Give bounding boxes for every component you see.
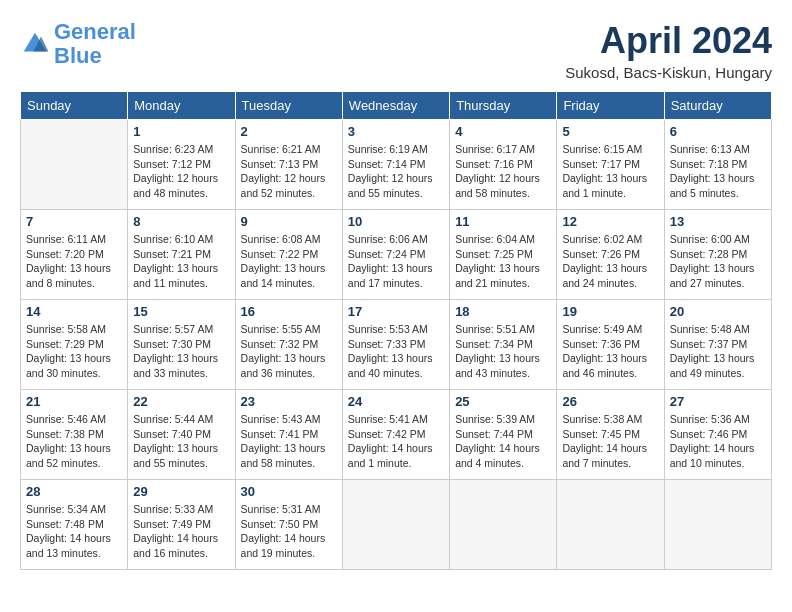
calendar-cell <box>21 120 128 210</box>
calendar-cell: 8Sunrise: 6:10 AMSunset: 7:21 PMDaylight… <box>128 210 235 300</box>
calendar-week-row: 28Sunrise: 5:34 AMSunset: 7:48 PMDayligh… <box>21 480 772 570</box>
logo: General Blue <box>20 20 136 68</box>
day-info: Sunrise: 5:38 AMSunset: 7:45 PMDaylight:… <box>562 412 658 471</box>
calendar-cell: 5Sunrise: 6:15 AMSunset: 7:17 PMDaylight… <box>557 120 664 210</box>
day-info: Sunrise: 5:51 AMSunset: 7:34 PMDaylight:… <box>455 322 551 381</box>
calendar-cell: 4Sunrise: 6:17 AMSunset: 7:16 PMDaylight… <box>450 120 557 210</box>
header-thursday: Thursday <box>450 92 557 120</box>
header-saturday: Saturday <box>664 92 771 120</box>
day-number: 15 <box>133 304 229 319</box>
day-number: 29 <box>133 484 229 499</box>
calendar-cell: 21Sunrise: 5:46 AMSunset: 7:38 PMDayligh… <box>21 390 128 480</box>
day-info: Sunrise: 5:44 AMSunset: 7:40 PMDaylight:… <box>133 412 229 471</box>
calendar-cell <box>450 480 557 570</box>
page-header: General Blue April 2024 Sukosd, Bacs-Kis… <box>20 20 772 81</box>
day-number: 30 <box>241 484 337 499</box>
day-info: Sunrise: 6:21 AMSunset: 7:13 PMDaylight:… <box>241 142 337 201</box>
calendar-week-row: 21Sunrise: 5:46 AMSunset: 7:38 PMDayligh… <box>21 390 772 480</box>
calendar-cell: 13Sunrise: 6:00 AMSunset: 7:28 PMDayligh… <box>664 210 771 300</box>
day-info: Sunrise: 5:43 AMSunset: 7:41 PMDaylight:… <box>241 412 337 471</box>
day-number: 27 <box>670 394 766 409</box>
day-number: 7 <box>26 214 122 229</box>
header-wednesday: Wednesday <box>342 92 449 120</box>
day-info: Sunrise: 5:46 AMSunset: 7:38 PMDaylight:… <box>26 412 122 471</box>
day-number: 17 <box>348 304 444 319</box>
calendar-cell: 2Sunrise: 6:21 AMSunset: 7:13 PMDaylight… <box>235 120 342 210</box>
day-info: Sunrise: 6:08 AMSunset: 7:22 PMDaylight:… <box>241 232 337 291</box>
calendar-cell: 1Sunrise: 6:23 AMSunset: 7:12 PMDaylight… <box>128 120 235 210</box>
logo-general: General <box>54 19 136 44</box>
day-number: 21 <box>26 394 122 409</box>
day-number: 28 <box>26 484 122 499</box>
calendar-cell: 15Sunrise: 5:57 AMSunset: 7:30 PMDayligh… <box>128 300 235 390</box>
day-number: 18 <box>455 304 551 319</box>
header-friday: Friday <box>557 92 664 120</box>
day-number: 12 <box>562 214 658 229</box>
day-info: Sunrise: 5:41 AMSunset: 7:42 PMDaylight:… <box>348 412 444 471</box>
day-info: Sunrise: 6:04 AMSunset: 7:25 PMDaylight:… <box>455 232 551 291</box>
calendar-cell: 18Sunrise: 5:51 AMSunset: 7:34 PMDayligh… <box>450 300 557 390</box>
day-number: 2 <box>241 124 337 139</box>
day-number: 22 <box>133 394 229 409</box>
day-info: Sunrise: 6:02 AMSunset: 7:26 PMDaylight:… <box>562 232 658 291</box>
day-number: 4 <box>455 124 551 139</box>
day-number: 3 <box>348 124 444 139</box>
logo-blue: Blue <box>54 43 102 68</box>
day-info: Sunrise: 5:58 AMSunset: 7:29 PMDaylight:… <box>26 322 122 381</box>
day-info: Sunrise: 6:19 AMSunset: 7:14 PMDaylight:… <box>348 142 444 201</box>
day-info: Sunrise: 6:10 AMSunset: 7:21 PMDaylight:… <box>133 232 229 291</box>
month-title: April 2024 <box>565 20 772 62</box>
day-info: Sunrise: 5:39 AMSunset: 7:44 PMDaylight:… <box>455 412 551 471</box>
calendar-cell: 27Sunrise: 5:36 AMSunset: 7:46 PMDayligh… <box>664 390 771 480</box>
calendar-cell: 29Sunrise: 5:33 AMSunset: 7:49 PMDayligh… <box>128 480 235 570</box>
day-info: Sunrise: 5:49 AMSunset: 7:36 PMDaylight:… <box>562 322 658 381</box>
calendar-cell: 14Sunrise: 5:58 AMSunset: 7:29 PMDayligh… <box>21 300 128 390</box>
calendar-week-row: 14Sunrise: 5:58 AMSunset: 7:29 PMDayligh… <box>21 300 772 390</box>
day-number: 11 <box>455 214 551 229</box>
calendar-header-row: SundayMondayTuesdayWednesdayThursdayFrid… <box>21 92 772 120</box>
calendar-cell: 24Sunrise: 5:41 AMSunset: 7:42 PMDayligh… <box>342 390 449 480</box>
calendar-cell: 19Sunrise: 5:49 AMSunset: 7:36 PMDayligh… <box>557 300 664 390</box>
header-tuesday: Tuesday <box>235 92 342 120</box>
calendar-cell <box>342 480 449 570</box>
calendar-cell: 26Sunrise: 5:38 AMSunset: 7:45 PMDayligh… <box>557 390 664 480</box>
calendar-cell <box>664 480 771 570</box>
day-info: Sunrise: 6:17 AMSunset: 7:16 PMDaylight:… <box>455 142 551 201</box>
day-number: 23 <box>241 394 337 409</box>
header-sunday: Sunday <box>21 92 128 120</box>
day-info: Sunrise: 6:15 AMSunset: 7:17 PMDaylight:… <box>562 142 658 201</box>
calendar-cell: 23Sunrise: 5:43 AMSunset: 7:41 PMDayligh… <box>235 390 342 480</box>
calendar-cell: 12Sunrise: 6:02 AMSunset: 7:26 PMDayligh… <box>557 210 664 300</box>
day-info: Sunrise: 5:33 AMSunset: 7:49 PMDaylight:… <box>133 502 229 561</box>
calendar-cell: 7Sunrise: 6:11 AMSunset: 7:20 PMDaylight… <box>21 210 128 300</box>
day-number: 9 <box>241 214 337 229</box>
day-number: 19 <box>562 304 658 319</box>
logo-text: General Blue <box>54 20 136 68</box>
day-info: Sunrise: 5:31 AMSunset: 7:50 PMDaylight:… <box>241 502 337 561</box>
calendar-cell: 10Sunrise: 6:06 AMSunset: 7:24 PMDayligh… <box>342 210 449 300</box>
calendar-cell: 22Sunrise: 5:44 AMSunset: 7:40 PMDayligh… <box>128 390 235 480</box>
title-block: April 2024 Sukosd, Bacs-Kiskun, Hungary <box>565 20 772 81</box>
calendar-cell: 16Sunrise: 5:55 AMSunset: 7:32 PMDayligh… <box>235 300 342 390</box>
day-number: 13 <box>670 214 766 229</box>
calendar-cell: 25Sunrise: 5:39 AMSunset: 7:44 PMDayligh… <box>450 390 557 480</box>
calendar-cell: 11Sunrise: 6:04 AMSunset: 7:25 PMDayligh… <box>450 210 557 300</box>
day-number: 1 <box>133 124 229 139</box>
day-number: 25 <box>455 394 551 409</box>
header-monday: Monday <box>128 92 235 120</box>
calendar-cell <box>557 480 664 570</box>
day-number: 24 <box>348 394 444 409</box>
calendar-cell: 3Sunrise: 6:19 AMSunset: 7:14 PMDaylight… <box>342 120 449 210</box>
day-info: Sunrise: 5:34 AMSunset: 7:48 PMDaylight:… <box>26 502 122 561</box>
calendar-week-row: 1Sunrise: 6:23 AMSunset: 7:12 PMDaylight… <box>21 120 772 210</box>
day-number: 26 <box>562 394 658 409</box>
day-number: 14 <box>26 304 122 319</box>
day-number: 6 <box>670 124 766 139</box>
calendar-cell: 20Sunrise: 5:48 AMSunset: 7:37 PMDayligh… <box>664 300 771 390</box>
day-info: Sunrise: 6:13 AMSunset: 7:18 PMDaylight:… <box>670 142 766 201</box>
calendar-cell: 30Sunrise: 5:31 AMSunset: 7:50 PMDayligh… <box>235 480 342 570</box>
day-info: Sunrise: 5:55 AMSunset: 7:32 PMDaylight:… <box>241 322 337 381</box>
day-number: 5 <box>562 124 658 139</box>
calendar-table: SundayMondayTuesdayWednesdayThursdayFrid… <box>20 91 772 570</box>
calendar-cell: 9Sunrise: 6:08 AMSunset: 7:22 PMDaylight… <box>235 210 342 300</box>
